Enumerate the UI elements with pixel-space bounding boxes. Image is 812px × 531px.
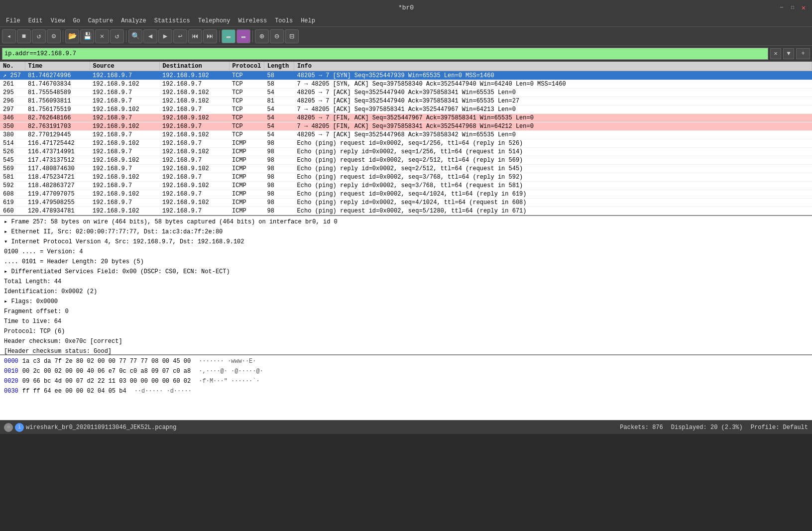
hex-offset: 0010 — [4, 368, 18, 375]
cell-time: 81.756175519 — [25, 106, 90, 114]
col-time[interactable]: Time — [25, 62, 90, 71]
col-source[interactable]: Source — [90, 62, 159, 71]
detail-line: .... 0101 = Header Length: 20 bytes (5) — [0, 257, 812, 267]
maximize-button[interactable]: □ — [788, 3, 797, 12]
cell-len: 54 — [264, 122, 294, 131]
detail-line[interactable]: ▸ Flags: 0x0000 — [0, 297, 812, 307]
hex-ascii: ··d····· ·d····· — [134, 388, 192, 395]
go-back-button[interactable]: ◀ — [143, 29, 157, 43]
table-row[interactable]: 346 82.762648166 192.168.9.7 192.168.9.1… — [0, 114, 812, 122]
filter-dropdown-button[interactable]: ▼ — [783, 48, 794, 59]
cell-proto: ICMP — [229, 156, 264, 165]
filter-input-container[interactable]: ip.addr==192.168.9.7 — [2, 48, 768, 60]
table-row[interactable]: 526 116.473714991 192.168.9.7 192.168.9.… — [0, 148, 812, 156]
table-row[interactable]: 660 120.478934781 192.168.9.102 192.168.… — [0, 207, 812, 215]
cell-no: 619 — [0, 199, 25, 207]
zoom-in-button[interactable]: ⊕ — [255, 29, 269, 43]
hex-ascii: ······· ·www··E· — [199, 358, 256, 365]
cell-dest: 192.168.9.102 — [159, 148, 229, 156]
menu-help[interactable]: Help — [297, 16, 319, 25]
table-row[interactable]: 608 119.477097075 192.168.9.102 192.168.… — [0, 190, 812, 199]
cell-info: 7 → 48205 [FIN, ACK] Seq=3975858341 Ack=… — [294, 122, 812, 131]
table-row[interactable]: 619 119.479508255 192.168.9.7 192.168.9.… — [0, 199, 812, 207]
cell-dest: 192.168.9.102 — [159, 182, 229, 190]
hex-line: 002009 66 bc 4d 00 07 d2 22 11 03 00 00 … — [0, 376, 812, 386]
goto-packet-button[interactable]: ↩ — [173, 29, 187, 43]
menu-statistics[interactable]: Statistics — [150, 16, 194, 25]
menu-analyze[interactable]: Analyze — [117, 16, 150, 25]
cell-len: 58 — [264, 80, 294, 89]
cell-dest: 192.168.9.102 — [159, 97, 229, 106]
cell-source: 192.168.9.102 — [90, 122, 159, 131]
reload-file-button[interactable]: ↺ — [110, 29, 124, 43]
restart-capture-button[interactable]: ↺ — [32, 29, 46, 43]
zoom-out-button[interactable]: ⊖ — [270, 29, 284, 43]
table-row[interactable]: 569 117.480874630 192.168.9.7 192.168.9.… — [0, 165, 812, 173]
close-button[interactable]: ✕ — [799, 3, 808, 12]
menu-go[interactable]: Go — [69, 16, 84, 25]
hex-ascii: ·f·M···" ······`· — [199, 378, 259, 385]
menu-edit[interactable]: Edit — [24, 16, 47, 25]
go-forward-button[interactable]: ▶ — [158, 29, 172, 43]
colorize2-button[interactable]: ▬ — [236, 29, 250, 43]
col-no[interactable]: No. — [0, 62, 25, 71]
menu-file[interactable]: File — [2, 16, 24, 25]
cell-info: Echo (ping) reply id=0x0002, seq=4/1024,… — [294, 199, 812, 207]
cell-info: 48205 → 7 [SYN] Seq=3525447939 Win=65535… — [294, 71, 812, 80]
filter-apply-button[interactable]: + — [796, 48, 810, 59]
zoom-reset-button[interactable]: ⊟ — [285, 29, 299, 43]
start-capture-button[interactable]: ◂ — [2, 29, 16, 43]
save-file-button[interactable]: 💾 — [80, 29, 94, 43]
table-row[interactable]: 380 82.770129445 192.168.9.7 192.168.9.1… — [0, 131, 812, 139]
table-row[interactable]: 545 117.473137512 192.168.9.102 192.168.… — [0, 156, 812, 165]
menu-telephony[interactable]: Telephony — [194, 16, 234, 25]
cell-info: Echo (ping) request id=0x0002, seq=4/102… — [294, 190, 812, 199]
hex-bytes: 1a c3 da 7f 2e 80 02 00 00 77 77 77 08 0… — [22, 358, 191, 365]
packet-list[interactable]: No. Time Source Destination Protocol Len… — [0, 62, 812, 216]
cell-no: 297 — [0, 106, 25, 114]
menu-view[interactable]: View — [47, 16, 69, 25]
cell-proto: TCP — [229, 114, 264, 122]
col-dest[interactable]: Destination — [159, 62, 229, 71]
detail-line[interactable]: ▸ Frame 257: 58 bytes on wire (464 bits)… — [0, 217, 812, 227]
menu-wireless[interactable]: Wireless — [234, 16, 271, 25]
menu-capture[interactable]: Capture — [84, 16, 117, 25]
table-row[interactable]: ↗ 257 81.746274996 192.168.9.7 192.168.9… — [0, 71, 812, 80]
col-proto[interactable]: Protocol — [229, 62, 264, 71]
colorize1-button[interactable]: ▬ — [222, 29, 235, 43]
cell-proto: TCP — [229, 122, 264, 131]
col-info[interactable]: Info — [294, 62, 812, 71]
cell-len: 98 — [264, 190, 294, 199]
detail-line[interactable]: ▸ Differentiated Services Field: 0x00 (D… — [0, 267, 812, 277]
capture-options-button[interactable]: ⚙ — [47, 29, 61, 43]
table-row[interactable]: 296 81.756093811 192.168.9.7 192.168.9.1… — [0, 97, 812, 106]
table-row[interactable]: 261 81.746703834 192.168.9.102 192.168.9… — [0, 80, 812, 89]
col-length[interactable]: Length — [264, 62, 294, 71]
hex-line: 0030ff ff 64 ee 00 00 02 04 05 b4··d····… — [0, 386, 812, 396]
detail-line[interactable]: ▸ Ethernet II, Src: 02:00:00:77:77:77, D… — [0, 227, 812, 237]
cell-len: 81 — [264, 97, 294, 106]
stop-capture-button[interactable]: ■ — [17, 29, 31, 43]
hex-line: 00001a c3 da 7f 2e 80 02 00 00 77 77 77 … — [0, 356, 812, 366]
minimize-button[interactable]: ─ — [777, 3, 786, 12]
close-file-button[interactable]: ✕ — [95, 29, 109, 43]
detail-line[interactable]: ▾ Internet Protocol Version 4, Src: 192.… — [0, 237, 812, 247]
table-row[interactable]: 592 118.482863727 192.168.9.7 192.168.9.… — [0, 182, 812, 190]
table-row[interactable]: 581 118.475234721 192.168.9.102 192.168.… — [0, 173, 812, 182]
open-file-button[interactable]: 📂 — [65, 29, 79, 43]
toolbar-separator-3 — [219, 30, 220, 42]
filter-clear-button[interactable]: ✕ — [770, 48, 781, 59]
menu-tools[interactable]: Tools — [271, 16, 297, 25]
first-packet-button[interactable]: ⏮ — [188, 29, 202, 43]
cell-time: 82.763191703 — [25, 122, 90, 131]
cell-no: 660 — [0, 207, 25, 215]
last-packet-button[interactable]: ⏭ — [203, 29, 217, 43]
hex-offset: 0000 — [4, 358, 18, 365]
table-row[interactable]: 297 81.756175519 192.168.9.102 192.168.9… — [0, 106, 812, 114]
cell-source: 192.168.9.7 — [90, 182, 159, 190]
table-row[interactable]: 295 81.755548589 192.168.9.7 192.168.9.1… — [0, 89, 812, 97]
table-row[interactable]: 514 116.471725442 192.168.9.102 192.168.… — [0, 139, 812, 148]
cell-dest: 192.168.9.102 — [159, 131, 229, 139]
table-row[interactable]: 350 82.763191703 192.168.9.102 192.168.9… — [0, 122, 812, 131]
find-packet-button[interactable]: 🔍 — [128, 29, 142, 43]
